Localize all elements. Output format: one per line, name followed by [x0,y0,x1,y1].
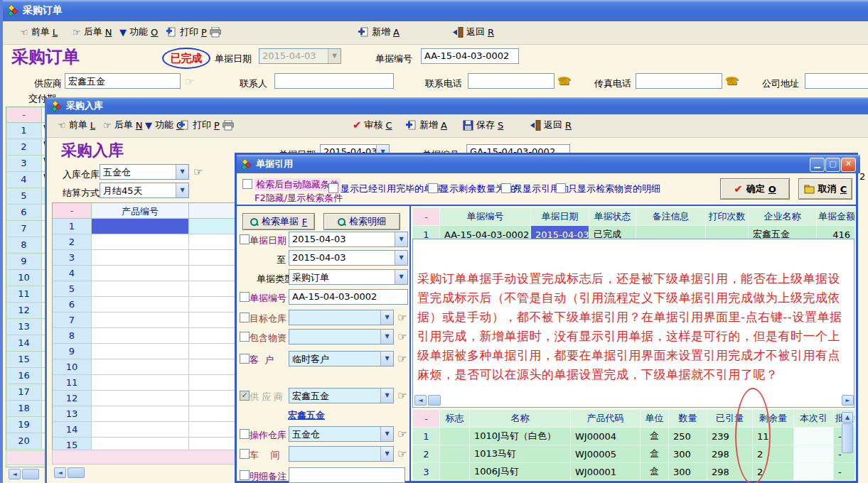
data-cell[interactable]: 250 [669,428,707,445]
row-number-cell[interactable]: 18 [6,401,42,417]
next-doc-button[interactable]: 后单N [103,119,142,131]
data-cell[interactable] [440,428,470,445]
customer-combo[interactable]: 临时客户▼ [289,351,394,367]
po-grid-hscrollbar[interactable]: ◄ [9,469,39,479]
chevron-down-icon[interactable]: ▼ [395,232,407,246]
po-no-input[interactable]: AA-15-04-03-0002 [421,48,519,64]
material-picker-icon[interactable] [397,330,407,343]
supplier-combo[interactable]: 宏鑫五金▼ [289,388,394,403]
scroll-left-icon[interactable]: ◄ [414,395,427,406]
chevron-down-icon[interactable]: ▼ [176,183,188,197]
product-code-cell[interactable] [92,297,189,313]
show-used-checkbox[interactable] [328,183,338,193]
op-wh-picker-icon[interactable] [397,428,407,440]
data-cell[interactable]: 298 [707,463,753,481]
ok-button[interactable]: ✔ 确定 O [720,178,790,200]
row-number-cell[interactable]: 8 [6,237,42,254]
next-doc-button[interactable]: 后单N [73,26,112,38]
row-number-cell[interactable]: 4 [53,266,92,281]
target-wh-picker-icon[interactable] [397,311,407,324]
maximize-button[interactable]: ▢ [825,158,840,172]
product-code-cell[interactable] [92,422,189,438]
product-code-cell[interactable] [92,219,189,234]
scroll-right-icon[interactable]: ► [842,395,854,406]
data-cell[interactable] [794,428,834,445]
table-row[interactable]: 31006J马钉WJ00001盒3002982- [413,463,855,481]
data-cell[interactable]: 1013马钉 [470,445,571,463]
row-number-cell[interactable]: 11 [53,375,92,391]
product-code-cell[interactable] [92,375,189,391]
return-button[interactable]: 返回R [453,26,494,38]
date-filter-checkbox[interactable] [240,234,250,244]
prev-doc-button[interactable]: 前单L [58,119,95,131]
audit-button[interactable]: ✔ 审核C [353,119,392,131]
scroll-thumb[interactable] [68,467,85,478]
minimize-button[interactable]: ▁ [810,158,825,172]
only-searched-checkbox[interactable] [556,183,566,193]
chevron-down-icon[interactable]: ▼ [380,330,393,344]
row-number-cell[interactable]: 2 [6,139,42,156]
data-cell[interactable]: 盒 [641,428,669,445]
chevron-down-icon[interactable]: ▼ [380,447,393,461]
chevron-down-icon[interactable]: ▼ [380,389,393,403]
scroll-left-icon[interactable]: ◄ [54,467,66,478]
doc-type-combo[interactable]: 采购订单▼ [289,269,408,285]
row-number-cell[interactable]: 7 [6,221,42,237]
row-number-cell[interactable]: 13 [53,406,92,422]
warehouse-picker-icon[interactable] [193,165,203,178]
data-cell[interactable]: 300 [669,463,707,481]
target-wh-checkbox[interactable] [240,313,250,322]
row-number-cell[interactable]: 1 [53,219,92,234]
po-date-combo[interactable]: 2015-04-03▼ [259,48,341,64]
data-cell[interactable]: WJ00001 [571,463,641,481]
row-number-cell[interactable]: 10 [53,359,92,375]
add-new-button[interactable]: 新增A [358,26,400,38]
return-button[interactable]: 返回R [530,119,572,131]
data-cell[interactable]: 2 [753,463,794,481]
chevron-down-icon[interactable]: ▼ [176,165,188,179]
fax-input[interactable] [636,73,722,89]
print-button[interactable]: 打印P [179,119,234,131]
chevron-down-icon[interactable]: ▼ [395,251,407,265]
customer-picker-icon[interactable] [397,352,407,365]
row-number-cell[interactable]: 14 [6,335,42,352]
row-number-cell[interactable]: 12 [53,391,92,406]
warehouse-combo[interactable]: 五金仓▼ [100,164,189,180]
data-cell[interactable]: 盒 [641,463,669,481]
date-from-combo[interactable]: 2015-04-03▼ [289,232,408,247]
data-cell[interactable]: 1010J马钉（白色） [470,428,571,445]
row-number-cell[interactable]: 14 [53,422,92,438]
row-number-cell[interactable]: 8 [53,328,92,344]
function-button[interactable]: ▼ 功能O [119,26,158,38]
data-cell[interactable] [794,445,834,463]
contact-input[interactable] [274,73,394,89]
supplier-picker-icon[interactable] [185,75,194,88]
add-new-button[interactable]: 新增A [406,119,447,131]
row-number-cell[interactable]: 20 [6,433,42,450]
material-checkbox[interactable] [240,332,250,342]
product-code-cell[interactable] [92,391,189,406]
row-number-cell[interactable]: 4 [6,172,42,188]
data-cell[interactable]: 298 [707,445,753,463]
workshop-combo[interactable]: ▼ [289,446,394,462]
chevron-down-icon[interactable]: ▼ [328,49,341,63]
row-number-cell[interactable]: 2 [53,234,92,250]
chevron-down-icon[interactable]: ▼ [395,270,407,284]
data-cell[interactable] [440,463,470,481]
customer-checkbox[interactable] [240,354,250,364]
row-number-cell[interactable]: 7 [53,313,92,328]
table-row[interactable]: 21013马钉WJ00005盒3002982- [413,445,855,463]
row-number-cell[interactable]: 11 [6,286,42,303]
settle-combo[interactable]: 月结45天▼ [100,183,189,198]
product-code-cell[interactable] [92,359,189,375]
row-number-cell[interactable]: 9 [6,254,42,270]
row-number-cell[interactable]: 17 [6,384,42,401]
po-titlebar[interactable]: 采购订单 [3,0,868,21]
table-row[interactable]: 11010J马钉（白色）WJ00004盒25023911- [413,428,855,445]
data-cell[interactable]: - [834,463,855,481]
product-code-cell[interactable] [92,328,189,344]
doc-no-checkbox[interactable] [240,292,250,302]
product-code-cell[interactable] [92,266,189,281]
search-details-button[interactable]: 检索明细 [323,213,400,230]
inbound-titlebar[interactable]: 采购入库 [47,97,868,114]
